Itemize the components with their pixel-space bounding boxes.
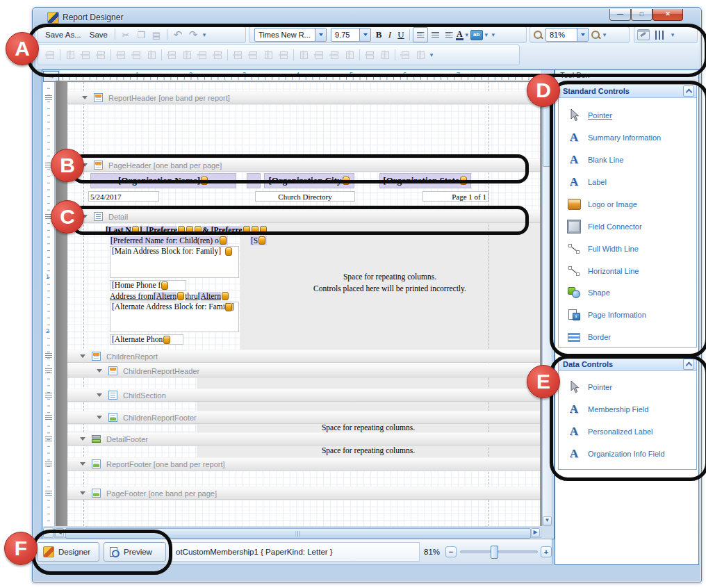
zoom-dropdown[interactable] (577, 28, 588, 41)
chevron-down-icon[interactable]: ▾ (201, 31, 208, 38)
undo-icon[interactable]: ↶ (172, 28, 184, 41)
redo-icon[interactable]: ↷ (187, 28, 199, 41)
save-as-button[interactable]: Save As... (41, 28, 85, 42)
same-height-icon[interactable] (197, 49, 208, 61)
font-size-dropdown[interactable] (359, 28, 370, 41)
scroll-right-icon[interactable]: ▶ (531, 528, 540, 537)
font-name-combo[interactable]: Times New R... (254, 28, 327, 42)
font-size-combo[interactable]: 9.75 (331, 28, 371, 42)
collapse-triangle-icon[interactable] (80, 491, 85, 495)
child-section-content[interactable] (67, 402, 197, 411)
same-size-to-grid-icon[interactable] (181, 49, 193, 61)
increase-h-spacing-icon[interactable] (247, 49, 259, 61)
increase-v-spacing-icon[interactable] (313, 49, 325, 61)
zoom-out-button[interactable]: − (445, 546, 457, 557)
chevron-down-icon[interactable]: ▾ (490, 31, 497, 38)
center-horizontally-icon[interactable] (364, 49, 376, 61)
band-page-header[interactable]: PageHeader [one band per page] (67, 158, 540, 172)
toolbox-item-organization-info-field[interactable]: Organization Info Field (560, 443, 695, 464)
collapse-icon[interactable] (683, 85, 694, 97)
band-children-report-header[interactable]: ChildrenReportHeader (67, 364, 540, 377)
band-child-section[interactable]: ChildSection (67, 389, 540, 402)
remove-h-spacing-icon[interactable] (278, 49, 290, 61)
children-report-footer-content[interactable] (67, 424, 197, 432)
equal-v-spacing-icon[interactable] (298, 49, 310, 61)
suffix-field[interactable]: [S (250, 236, 267, 245)
italic-button[interactable]: I (384, 29, 395, 40)
align-right-button[interactable] (442, 28, 456, 42)
scroll-left-icon[interactable]: ◀ (55, 528, 64, 537)
org-city-field[interactable]: [Organization City (264, 173, 354, 188)
customize-window-icon[interactable] (637, 29, 650, 40)
send-to-back-icon[interactable] (415, 49, 427, 61)
home-phone-field[interactable]: [Home Phone f (110, 280, 186, 291)
toolbox-item-pointer[interactable]: Pointer (560, 377, 695, 398)
bring-to-front-icon[interactable] (400, 49, 411, 61)
decrease-v-spacing-icon[interactable] (329, 49, 340, 61)
zoom-slider-thumb[interactable] (491, 546, 498, 559)
zoom-in-icon[interactable] (591, 30, 601, 40)
report-footer-content[interactable] (67, 471, 540, 487)
align-centers-icon[interactable] (80, 49, 92, 61)
band-report-footer[interactable]: ReportFooter [one band per report] (67, 457, 540, 471)
toolbox-item-full-width-line[interactable]: Full Width Line (560, 238, 695, 259)
toolbox-item-blank-line[interactable]: Blank Line (560, 149, 695, 170)
date-field[interactable]: 5/24/2017 (88, 191, 159, 202)
data-controls-header[interactable]: Data Controls (559, 358, 696, 371)
collapse-icon[interactable] (683, 359, 694, 370)
chevron-down-icon[interactable]: ▾ (428, 51, 435, 58)
toolbox-item-border[interactable]: Border (560, 327, 695, 348)
underline-button[interactable]: U (395, 29, 407, 40)
band-children-report-footer[interactable]: ChildrenReportFooter (67, 411, 540, 424)
font-color-button[interactable]: A (456, 30, 463, 40)
toolbox-item-logo-or-image[interactable]: Logo or Image (560, 194, 695, 215)
band-detail[interactable]: Detail (67, 210, 540, 223)
children-report-header-content[interactable] (67, 377, 197, 389)
preferred-name-field[interactable]: [Preferred Name for: Child(ren) o (110, 236, 228, 245)
align-tops-icon[interactable] (115, 49, 127, 61)
toolbox-item-label[interactable]: Label (560, 172, 695, 193)
align-left-button[interactable] (413, 27, 428, 42)
align-bottoms-icon[interactable] (146, 49, 158, 61)
toolbox-item-personalized-label[interactable]: Personalized Label (560, 421, 695, 442)
page-number-field[interactable]: Page 1 of 1 (422, 191, 489, 202)
zoom-in-button[interactable]: + (541, 546, 552, 557)
align-rights-icon[interactable] (95, 49, 107, 61)
close-button[interactable]: ✕ (652, 9, 683, 21)
maximize-button[interactable]: □ (631, 9, 652, 21)
collapse-triangle-icon[interactable] (97, 416, 102, 419)
org-name-field[interactable]: [Organization Name] (90, 173, 236, 188)
toolbox-item-membership-field[interactable]: Membership Field (560, 399, 695, 420)
toolbox-item-pointer[interactable]: Pointer (560, 105, 695, 126)
collapse-triangle-icon[interactable] (80, 354, 85, 358)
toolbox-item-field-connector[interactable]: Field Connector (560, 216, 695, 237)
zoom-slider-track[interactable] (460, 550, 538, 553)
paste-icon[interactable]: ▤ (150, 28, 163, 41)
same-size-icon[interactable] (212, 49, 224, 61)
collapse-triangle-icon[interactable] (97, 369, 102, 373)
band-report-header[interactable]: ReportHeader [one band per report] (67, 91, 540, 104)
page-footer-content[interactable] (67, 500, 540, 526)
cut-icon[interactable]: ✂ (120, 28, 132, 41)
band-detail-footer[interactable]: DetailFooter (67, 432, 540, 446)
report-title-field[interactable]: Church Directory (255, 191, 355, 202)
alternate-phone-field[interactable]: [Alternate Phon (110, 334, 183, 345)
band-children-report[interactable]: ChildrenReport (67, 350, 540, 363)
name-line-field[interactable]: [Last N], [Preferre & [Preferre (106, 224, 268, 235)
zoom-out-icon[interactable] (533, 30, 543, 40)
remove-v-spacing-icon[interactable] (344, 49, 356, 61)
chevron-down-icon[interactable]: ▾ (669, 31, 676, 38)
toolbox-item-horizontal-line[interactable]: Horizontal Line (560, 261, 695, 281)
equal-h-spacing-icon[interactable] (232, 49, 244, 61)
center-vertically-icon[interactable] (379, 49, 391, 61)
minimize-button[interactable]: — (609, 9, 631, 21)
toolbox-item-page-information[interactable]: Page Information (560, 304, 695, 325)
preview-tab[interactable]: Preview (104, 542, 166, 562)
highlight-dropdown-icon[interactable]: ▾ (483, 31, 490, 38)
standard-controls-header[interactable]: Standard Controls (559, 85, 696, 98)
horizontal-scroll-thumb[interactable] (65, 528, 531, 539)
separator-label[interactable]: - (247, 173, 261, 188)
align-lefts-icon[interactable] (65, 49, 76, 61)
alternate-address-field[interactable]: [Alternate Address Block for: Family] (110, 302, 239, 332)
chevron-down-icon[interactable]: ▾ (601, 31, 608, 38)
